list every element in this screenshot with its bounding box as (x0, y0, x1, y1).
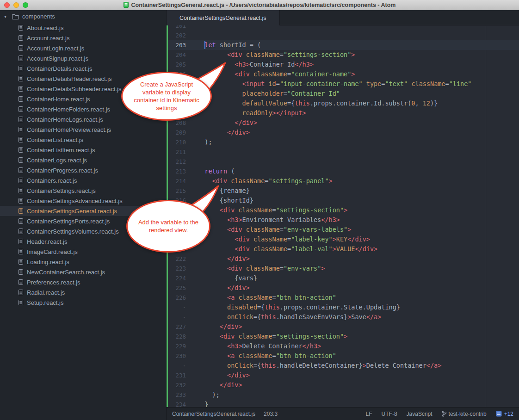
line-number[interactable]: 222 (167, 254, 192, 264)
line-number[interactable]: · (167, 303, 192, 312)
code-line[interactable]: 225 </div> (167, 283, 519, 293)
code-line[interactable]: 227 </div> (167, 322, 519, 332)
code-line[interactable]: · readOnly></input> (167, 108, 519, 118)
line-number[interactable]: 213 (167, 167, 192, 176)
code-line[interactable]: 224 {vars} (167, 273, 519, 283)
file-icon (19, 45, 23, 51)
code-line[interactable]: 219 <div className="env-vars-labels"> (167, 225, 519, 235)
chevron-down-icon[interactable]: ▾ (4, 14, 9, 19)
code-line[interactable]: 223 <div className="env-vars"> (167, 264, 519, 273)
tree-file-item[interactable]: AccountSignup.react.js (0, 53, 166, 63)
code-line[interactable]: · onClick={this.handleDeleteContainer}>D… (167, 361, 519, 371)
line-number[interactable]: 224 (167, 273, 192, 283)
tree-file-item[interactable]: NewContainerSearch.react.js (0, 267, 166, 277)
tree-file-item[interactable]: Setup.react.js (0, 297, 166, 308)
code-text: ); (192, 137, 519, 147)
file-icon (19, 269, 23, 275)
code-line[interactable]: · onClick={this.handleSaveEnvVars}>Save<… (167, 312, 519, 322)
cursor-position[interactable]: 203:3 (264, 411, 278, 417)
code-line[interactable]: 212 (167, 157, 519, 167)
line-number[interactable]: 229 (167, 341, 192, 351)
minimize-window-button[interactable] (13, 2, 19, 8)
tree-file-item[interactable]: AccountLogin.react.js (0, 43, 166, 53)
code-line[interactable]: 210 ); (167, 137, 519, 147)
line-number[interactable]: 211 (167, 147, 192, 157)
window-title-text: ContainerSettingsGeneral.react.js - /Use… (131, 2, 396, 8)
code-line[interactable]: 228 <div className="settings-section"> (167, 332, 519, 341)
line-number[interactable]: 202 (167, 31, 192, 40)
tree-file-item[interactable]: Containers.react.js (0, 175, 166, 185)
line-ending-indicator[interactable]: LF (366, 411, 372, 417)
file-icon (19, 259, 23, 265)
tree-file-item[interactable]: Loading.react.js (0, 257, 166, 267)
line-number[interactable]: 232 (167, 380, 192, 390)
line-number[interactable]: · (167, 312, 192, 322)
window-titlebar[interactable]: ContainerSettingsGeneral.react.js - /Use… (0, 0, 519, 10)
line-number[interactable]: 212 (167, 157, 192, 167)
tree-file-item[interactable]: Radial.react.js (0, 287, 166, 297)
line-number[interactable]: · (167, 361, 192, 371)
file-icon (19, 188, 23, 193)
code-line[interactable]: 231 </div> (167, 371, 519, 380)
tree-file-item[interactable]: ImageCard.react.js (0, 247, 166, 257)
code-line[interactable]: 202 (167, 31, 519, 40)
code-line[interactable]: 222 </div> (167, 254, 519, 264)
tree-file-item[interactable]: ContainerLogs.react.js (0, 155, 166, 165)
line-number[interactable]: 225 (167, 283, 192, 293)
tree-file-item[interactable]: ContainerSettingsAdvanced.react.js (0, 196, 166, 206)
code-line[interactable]: 211 (167, 147, 519, 157)
file-icon (19, 218, 23, 224)
tab-container-settings-general[interactable]: ContainerSettingsGeneral.react.js (167, 10, 280, 25)
grammar-indicator[interactable]: JavaScript (407, 411, 432, 417)
line-number[interactable]: 231 (167, 371, 192, 380)
line-number[interactable]: 233 (167, 390, 192, 400)
line-number[interactable]: 228 (167, 332, 192, 341)
line-number[interactable]: 234 (167, 400, 192, 407)
status-right: LF UTF-8 JavaScript test-kite-contrib +1… (366, 411, 513, 417)
line-number[interactable]: 227 (167, 322, 192, 332)
tree-file-item[interactable]: ContainerListItem.react.js (0, 145, 166, 155)
zoom-window-button[interactable] (23, 2, 28, 8)
code-line[interactable]: 233 ); (167, 390, 519, 400)
line-number[interactable]: 230 (167, 351, 192, 361)
close-window-button[interactable] (4, 2, 10, 8)
code-line[interactable]: 229 <h3>Delete Container</h3> (167, 341, 519, 351)
code-line[interactable]: 208 </div> (167, 118, 519, 128)
code-line[interactable]: 209 </div> (167, 128, 519, 137)
code-line[interactable]: 232 </div> (167, 380, 519, 390)
tree-folder-components[interactable]: ▾ components (0, 10, 166, 23)
tree-file-item[interactable]: ContainerList.react.js (0, 135, 166, 145)
line-number[interactable]: 210 (167, 137, 192, 147)
code-text: <a className="btn btn-action" (192, 293, 519, 303)
line-number[interactable]: 201 (167, 25, 192, 31)
code-line[interactable]: · disabled={this.props.container.State.U… (167, 303, 519, 312)
code-line[interactable]: 230 <a className="btn btn-action" (167, 351, 519, 361)
encoding-indicator[interactable]: UTF-8 (382, 411, 397, 417)
code-line[interactable]: 234 } (167, 400, 519, 407)
code-text (192, 147, 519, 157)
code-text: <input id="input-container-name" type="t… (192, 79, 519, 89)
code-line[interactable]: 226 <a className="btn btn-action" (167, 293, 519, 303)
code-text (192, 25, 519, 31)
line-number[interactable]: 203 (167, 40, 192, 50)
git-diff-count[interactable]: +12 (496, 411, 513, 417)
code-line[interactable]: 220 <div className="label-key">KEY</div> (167, 235, 519, 244)
code-line[interactable]: 221 <div className="label-val">VALUE</di… (167, 244, 519, 254)
tree-file-item[interactable]: ContainerSettings.react.js (0, 185, 166, 196)
line-number[interactable]: 223 (167, 264, 192, 273)
tree-file-item[interactable]: ContainerDetails.react.js (0, 63, 166, 74)
file-icon (19, 229, 23, 234)
tree-file-item[interactable]: ContainerHomePreview.react.js (0, 124, 166, 135)
line-number[interactable]: 209 (167, 128, 192, 137)
git-branch[interactable]: test-kite-contrib (442, 411, 487, 417)
line-number[interactable]: 226 (167, 293, 192, 303)
code-line[interactable]: 213 return ( (167, 167, 519, 176)
tree-file-item[interactable]: About.react.js (0, 23, 166, 33)
code-line[interactable]: 201 (167, 25, 519, 31)
code-line[interactable]: 203 let shortId = ( (167, 40, 519, 50)
code-text: readOnly></input> (192, 108, 519, 118)
tree-file-item[interactable]: ContainerProgress.react.js (0, 165, 166, 175)
tree-file-item[interactable]: Account.react.js (0, 33, 166, 43)
status-file-name: ContainerSettingsGeneral.react.js (172, 411, 255, 417)
tree-file-item[interactable]: Preferences.react.js (0, 277, 166, 287)
